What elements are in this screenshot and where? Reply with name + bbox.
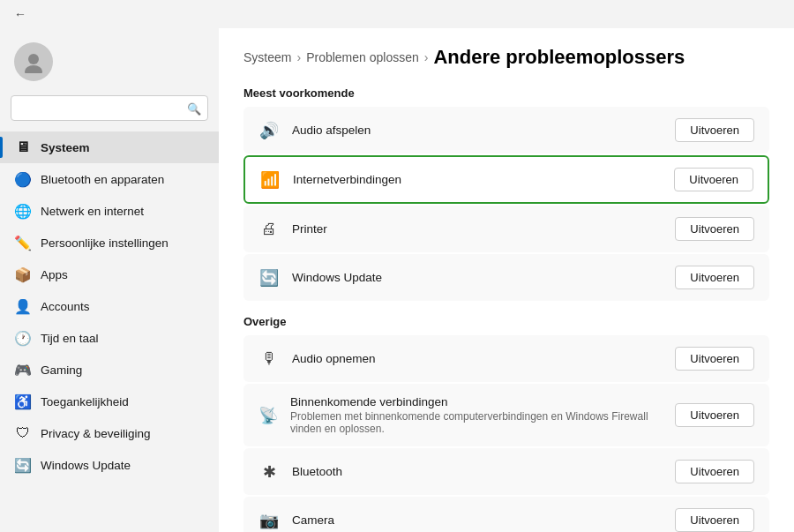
troubleshooter-text-audio-opnemen: Audio opnemen	[292, 352, 376, 365]
troubleshooter-label-windows-update: Windows Update	[292, 271, 382, 284]
sidebar-item-toegankelijk[interactable]: ♿Toegankelijkheid	[0, 386, 219, 417]
title-bar: ←	[0, 0, 794, 28]
troubleshooter-item-bluetooth: ✱BluetoothUitvoeren	[243, 448, 769, 495]
sidebar-item-bluetooth[interactable]: 🔵Bluetooth en apparaten	[0, 163, 219, 195]
breadcrumb-active: Andere probleemoplossers	[433, 46, 685, 69]
nav-label-persoonlijk: Persoonlijke instellingen	[41, 236, 169, 250]
troubleshooter-label-printer: Printer	[292, 222, 327, 236]
uitvoeren-button-audio-opnemen[interactable]: Uitvoeren	[675, 347, 754, 371]
sidebar: 🔍 🖥Systeem🔵Bluetooth en apparaten🌐Netwer…	[0, 28, 219, 532]
nav-icon-accounts: 👤	[14, 297, 32, 315]
troubleshooter-text-windows-update: Windows Update	[292, 271, 382, 284]
troubleshooter-left: 🔄Windows Update	[258, 268, 382, 288]
troubleshooter-text-internet: Internetverbindingen	[293, 173, 401, 186]
troubleshooter-icon-windows-update: 🔄	[258, 268, 280, 288]
sidebar-item-tijdtaal[interactable]: 🕐Tijd en taal	[0, 322, 219, 354]
nav-list: 🖥Systeem🔵Bluetooth en apparaten🌐Netwerk …	[0, 128, 219, 484]
sidebar-item-systeem[interactable]: 🖥Systeem	[0, 131, 219, 163]
nav-label-systeem: Systeem	[41, 141, 90, 154]
main-content: Systeem › Problemen oplossen › Andere pr…	[219, 28, 794, 532]
nav-icon-persoonlijk: ✏️	[14, 234, 32, 251]
troubleshooter-icon-binnenkomende: 📡	[258, 406, 278, 425]
breadcrumb-link[interactable]: Systeem	[243, 50, 291, 64]
breadcrumb-link[interactable]: Problemen oplossen	[306, 50, 419, 64]
nav-label-windowsupdate: Windows Update	[41, 459, 131, 472]
troubleshooter-icon-camera: 📷	[258, 511, 280, 530]
uitvoeren-button-internet[interactable]: Uitvoeren	[674, 168, 753, 191]
nav-label-netwerk: Netwerk en internet	[41, 205, 144, 218]
troubleshooter-left: 🔊Audio afspelen	[258, 121, 371, 140]
sidebar-item-windowsupdate[interactable]: 🔄Windows Update	[0, 449, 219, 481]
troubleshooter-left: 🖨Printer	[258, 220, 327, 238]
app-body: 🔍 🖥Systeem🔵Bluetooth en apparaten🌐Netwer…	[0, 28, 794, 532]
troubleshooter-left: ✱Bluetooth	[258, 462, 342, 482]
troubleshooter-icon-internet: 📶	[259, 170, 281, 190]
breadcrumb: Systeem › Problemen oplossen › Andere pr…	[243, 46, 769, 69]
minimize-button[interactable]	[665, 0, 706, 28]
sidebar-item-persoonlijk[interactable]: ✏️Persoonlijke instellingen	[0, 227, 219, 259]
troubleshooter-left: 📶Internetverbindingen	[259, 170, 401, 190]
troubleshooter-text-camera: Camera	[292, 513, 334, 527]
nav-icon-tijdtaal: 🕐	[14, 329, 32, 347]
uitvoeren-button-printer[interactable]: Uitvoeren	[675, 217, 754, 241]
nav-icon-toegankelijk: ♿	[14, 393, 32, 410]
uitvoeren-button-camera[interactable]: Uitvoeren	[675, 508, 754, 532]
avatar	[14, 42, 53, 81]
maximize-button[interactable]	[706, 0, 746, 28]
nav-label-apps: Apps	[41, 268, 68, 281]
troubleshooter-label-audio-opnemen: Audio opnemen	[292, 352, 376, 365]
sections-container: Meest voorkomende🔊Audio afspelenUitvoere…	[243, 86, 769, 532]
nav-label-toegankelijk: Toegankelijkheid	[41, 395, 129, 408]
troubleshooter-text-binnenkomende: Binnenkomende verbindingenProblemen met …	[290, 395, 675, 435]
section-title: Overige	[243, 315, 769, 328]
uitvoeren-button-binnenkomende[interactable]: Uitvoeren	[675, 403, 754, 427]
troubleshooter-label-internet: Internetverbindingen	[293, 173, 401, 186]
troubleshooter-item-audio-opnemen: 🎙Audio opnemenUitvoeren	[243, 335, 769, 382]
section-title: Meest voorkomende	[243, 86, 769, 100]
troubleshooter-left: 📷Camera	[258, 511, 334, 530]
nav-label-tijdtaal: Tijd en taal	[41, 332, 99, 345]
breadcrumb-separator: ›	[424, 50, 429, 64]
nav-icon-gaming: 🎮	[14, 361, 32, 378]
troubleshooter-text-audio-afspelen: Audio afspelen	[292, 124, 371, 137]
troubleshooter-label-audio-afspelen: Audio afspelen	[292, 124, 371, 137]
sidebar-item-gaming[interactable]: 🎮Gaming	[0, 354, 219, 386]
uitvoeren-button-audio-afspelen[interactable]: Uitvoeren	[675, 118, 754, 142]
sidebar-item-privacy[interactable]: 🛡Privacy & beveiliging	[0, 417, 219, 449]
nav-icon-apps: 📦	[14, 266, 32, 283]
troubleshooter-label-binnenkomende: Binnenkomende verbindingen	[290, 395, 675, 408]
svg-point-1	[25, 65, 42, 73]
search-box[interactable]: 🔍	[11, 95, 208, 121]
troubleshooter-sublabel-binnenkomende: Problemen met binnenkomende computerverb…	[290, 410, 675, 435]
troubleshooter-list: 🎙Audio opnemenUitvoeren📡Binnenkomende ve…	[243, 335, 769, 532]
troubleshooter-left: 🎙Audio opnemen	[258, 349, 376, 368]
user-profile[interactable]	[0, 28, 219, 92]
troubleshooter-text-printer: Printer	[292, 222, 327, 236]
troubleshooter-list: 🔊Audio afspelenUitvoeren📶Internetverbind…	[243, 107, 769, 301]
search-icon: 🔍	[187, 101, 201, 115]
troubleshooter-item-binnenkomende: 📡Binnenkomende verbindingenProblemen met…	[243, 384, 769, 446]
uitvoeren-button-bluetooth[interactable]: Uitvoeren	[675, 460, 754, 483]
nav-label-accounts: Accounts	[41, 300, 90, 313]
troubleshooter-item-printer: 🖨PrinterUitvoeren	[243, 206, 769, 252]
close-button[interactable]	[746, 0, 787, 28]
troubleshooter-item-camera: 📷CameraUitvoeren	[243, 497, 769, 532]
sidebar-item-apps[interactable]: 📦Apps	[0, 259, 219, 290]
search-input[interactable]	[11, 95, 208, 121]
nav-icon-privacy: 🛡	[14, 424, 32, 442]
troubleshooter-item-internet: 📶InternetverbindingenUitvoeren	[243, 155, 769, 204]
back-button[interactable]: ←	[11, 7, 30, 21]
nav-label-gaming: Gaming	[41, 363, 82, 377]
sidebar-item-netwerk[interactable]: 🌐Netwerk en internet	[0, 195, 219, 227]
troubleshooter-item-windows-update: 🔄Windows UpdateUitvoeren	[243, 254, 769, 301]
svg-point-0	[28, 54, 39, 64]
nav-label-privacy: Privacy & beveiliging	[41, 427, 151, 440]
window-controls	[665, 0, 787, 28]
troubleshooter-text-bluetooth: Bluetooth	[292, 465, 342, 478]
troubleshooter-item-audio-afspelen: 🔊Audio afspelenUitvoeren	[243, 107, 769, 154]
troubleshooter-icon-audio-opnemen: 🎙	[258, 349, 280, 368]
sidebar-item-accounts[interactable]: 👤Accounts	[0, 290, 219, 322]
troubleshooter-icon-printer: 🖨	[258, 220, 280, 238]
uitvoeren-button-windows-update[interactable]: Uitvoeren	[675, 266, 754, 289]
nav-icon-bluetooth: 🔵	[14, 170, 32, 188]
